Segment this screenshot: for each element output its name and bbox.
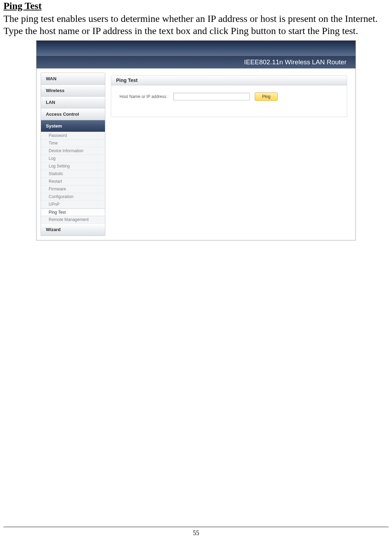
nav-item-system[interactable]: System xyxy=(41,120,105,132)
sub-item-configuration[interactable]: Configuration xyxy=(41,193,105,201)
nav-box: WAN Wireless LAN Access Control System P… xyxy=(41,73,105,236)
nav-item-wireless[interactable]: Wireless xyxy=(41,85,105,97)
sub-item-upnp[interactable]: UPnP xyxy=(41,201,105,208)
router-title-bar: IEEE802.11n Wireless LAN Router xyxy=(36,56,356,68)
router-screenshot: IEEE802.11n Wireless LAN Router WAN Wire… xyxy=(3,40,389,240)
sub-item-time[interactable]: Time xyxy=(41,140,105,147)
nav-item-wan[interactable]: WAN xyxy=(41,73,105,85)
system-submenu: Password Time Device Information Log Log… xyxy=(41,132,105,224)
ping-test-panel: Ping Test Host Name or IP address : Ping xyxy=(111,75,347,117)
panel-body: Host Name or IP address : Ping xyxy=(111,85,347,117)
footer-divider xyxy=(3,527,389,527)
top-banner-gradient xyxy=(36,41,356,56)
router-title-text: IEEE802.11n Wireless LAN Router xyxy=(244,58,346,66)
sub-item-restart[interactable]: Restart xyxy=(41,178,105,186)
ping-button[interactable]: Ping xyxy=(255,92,278,101)
nav-item-wizard[interactable]: Wizard xyxy=(41,224,105,236)
sub-item-firmware[interactable]: Firmware xyxy=(41,186,105,193)
section-paragraph: The ping test enables users to determine… xyxy=(3,13,389,37)
section-heading: Ping Test xyxy=(3,0,389,12)
host-ip-input[interactable] xyxy=(173,93,250,100)
nav-item-lan[interactable]: LAN xyxy=(41,97,105,108)
sub-item-ping-test[interactable]: Ping Test xyxy=(41,208,105,216)
router-body: WAN Wireless LAN Access Control System P… xyxy=(36,68,356,240)
router-window: IEEE802.11n Wireless LAN Router WAN Wire… xyxy=(36,40,356,240)
page-number: 55 xyxy=(0,530,392,537)
sub-item-log[interactable]: Log xyxy=(41,155,105,163)
sub-item-log-setting[interactable]: Log Setting xyxy=(41,163,105,170)
sidebar: WAN Wireless LAN Access Control System P… xyxy=(36,68,105,240)
sub-item-device-info[interactable]: Device Information xyxy=(41,147,105,155)
sub-item-remote-mgmt[interactable]: Remote Management xyxy=(41,216,105,224)
nav-item-access-control[interactable]: Access Control xyxy=(41,108,105,120)
panel-title: Ping Test xyxy=(111,76,347,85)
content-area: Ping Test Host Name or IP address : Ping xyxy=(105,68,356,240)
sub-item-password[interactable]: Password xyxy=(41,132,105,140)
sub-item-statistic[interactable]: Statistic xyxy=(41,170,105,178)
host-ip-label: Host Name or IP address : xyxy=(120,94,169,99)
